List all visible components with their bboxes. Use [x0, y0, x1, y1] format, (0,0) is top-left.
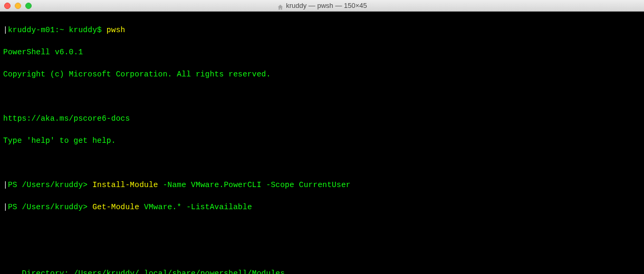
- cmdlet-name: Install-Module: [92, 181, 158, 189]
- cmdlet-args: VMware.* -ListAvailable: [139, 203, 252, 211]
- minimize-button[interactable]: [15, 3, 21, 9]
- terminal-output[interactable]: |kruddy-m01:~ kruddy$ pwsh PowerShell v6…: [0, 12, 644, 274]
- window-title-bar: kruddy — pwsh — 150×45: [0, 0, 644, 12]
- ps-line-1: |PS /Users/kruddy> Install-Module -Name …: [3, 180, 641, 191]
- banner-line-1: PowerShell v6.0.1: [3, 47, 641, 58]
- cmdlet-name: Get-Module: [92, 203, 139, 211]
- window-title: kruddy — pwsh — 150×45: [0, 0, 644, 11]
- home-icon: [277, 3, 284, 9]
- ps-prompt: PS /Users/kruddy>: [8, 181, 92, 189]
- banner-line-2: Copyright (c) Microsoft Corporation. All…: [3, 69, 641, 80]
- ps-line-2: |PS /Users/kruddy> Get-Module VMware.* -…: [3, 202, 641, 213]
- window-title-text: kruddy — pwsh — 150×45: [286, 0, 367, 11]
- banner-line-3: https://aka.ms/pscore6-docs: [3, 113, 641, 124]
- traffic-lights: [0, 3, 32, 9]
- close-button[interactable]: [4, 3, 11, 9]
- banner-line-4: Type 'help' to get help.: [3, 135, 641, 146]
- directory-line: Directory: /Users/kruddy/.local/share/po…: [3, 268, 641, 274]
- shell-line: |kruddy-m01:~ kruddy$ pwsh: [3, 25, 641, 36]
- shell-prompt: kruddy-m01:~ kruddy$: [8, 26, 102, 34]
- cmdlet-args: -Name VMware.PowerCLI -Scope CurrentUser: [158, 181, 351, 189]
- ps-prompt: PS /Users/kruddy>: [8, 203, 92, 211]
- shell-command: pwsh: [107, 26, 126, 34]
- maximize-button[interactable]: [25, 3, 32, 9]
